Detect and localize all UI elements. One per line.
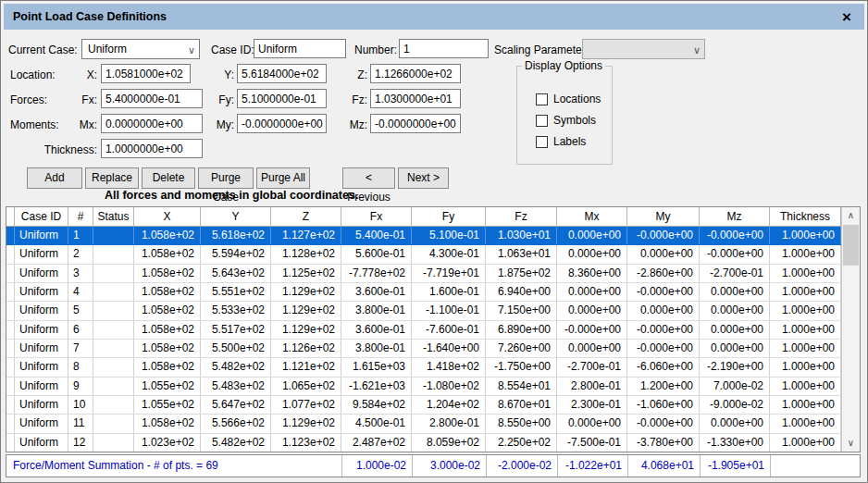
table-cell: 1.000e+00: [770, 378, 841, 395]
table-cell: 1.129e+02: [271, 321, 341, 339]
summation-bar: Force/Moment Summation - # of pts. = 69 …: [6, 454, 861, 477]
location-y-field[interactable]: 5.6184000e+02: [237, 64, 327, 83]
scroll-up-icon[interactable]: ∧: [842, 207, 860, 224]
moments-my-field[interactable]: -0.0000000e+00: [237, 114, 327, 133]
table-cell: [93, 321, 134, 339]
table-row[interactable]: Uniform51.058e+025.533e+021.129e+023.800…: [6, 302, 841, 320]
table-cell: 1.200e+00: [627, 378, 700, 395]
table-row[interactable]: Uniform31.058e+025.643e+021.125e+02-7.77…: [6, 265, 841, 283]
delete-button[interactable]: Delete: [142, 167, 195, 189]
table-row[interactable]: Uniform11.058e+025.618e+021.127e+025.400…: [6, 227, 841, 245]
symbols-checkbox[interactable]: [536, 115, 548, 127]
scroll-down-icon[interactable]: ∨: [842, 435, 860, 452]
table-cell: 1.126e+02: [271, 340, 341, 357]
table-cell: 1.600e-01: [412, 283, 486, 301]
table-row[interactable]: Uniform111.058e+025.566e+021.129e+024.50…: [6, 415, 841, 433]
scrollbar-thumb[interactable]: [843, 225, 859, 266]
thickness-field[interactable]: 1.0000000e+00: [101, 139, 203, 158]
table-cell: 3: [68, 265, 93, 282]
table-row[interactable]: Uniform71.058e+025.500e+021.126e+023.800…: [6, 340, 841, 358]
table-cell: [93, 415, 134, 432]
table-cell: 1.058e+02: [134, 227, 201, 244]
labels-checkbox[interactable]: [536, 136, 548, 148]
table-cell: [93, 434, 134, 452]
moments-mz-field[interactable]: -0.0000000e+00: [370, 114, 461, 133]
table-row-gutter: [6, 378, 15, 395]
location-x-field[interactable]: 1.0581000e+02: [101, 64, 191, 83]
z-label: Z:: [327, 67, 367, 83]
table-cell: 1.000e+00: [770, 245, 841, 263]
table-cell: 1.129e+02: [271, 283, 341, 301]
table-cell: Uniform: [15, 302, 68, 319]
table-header-cell: Fz: [486, 207, 557, 226]
table-row-gutter: [6, 434, 15, 452]
table-cell: -7.778e+02: [341, 265, 412, 282]
table-cell: 1.000e+00: [770, 358, 841, 376]
table-scrollbar[interactable]: ∧ ∨: [841, 207, 860, 452]
display-options-group: Display Options Locations Symbols Labels: [516, 66, 613, 165]
table-row[interactable]: Uniform121.023e+025.482e+021.123e+022.48…: [6, 434, 841, 452]
table-row-gutter: [6, 396, 15, 414]
moments-mx-field[interactable]: 0.0000000e+00: [101, 114, 203, 133]
purge-case-button[interactable]: Purge Case: [198, 167, 254, 189]
table-cell: 4: [68, 283, 93, 301]
purge-all-button[interactable]: Purge All: [256, 167, 310, 189]
table-cell: [93, 396, 134, 414]
table-cell: 8.554e+01: [486, 378, 557, 395]
replace-button[interactable]: Replace: [85, 167, 139, 189]
table-cell: 0.000e+00: [557, 340, 627, 357]
forces-fx-field[interactable]: 5.4000000e-01: [101, 89, 203, 108]
table-row[interactable]: Uniform61.058e+025.517e+021.129e+023.600…: [6, 321, 841, 340]
table-row-gutter: [6, 302, 15, 319]
close-icon[interactable]: ×: [838, 9, 855, 25]
symbols-checkbox-row[interactable]: Symbols: [536, 114, 596, 127]
labels-checkbox-row[interactable]: Labels: [536, 135, 586, 148]
table-row[interactable]: Uniform21.058e+025.594e+021.128e+025.600…: [6, 245, 841, 264]
locations-checkbox-row[interactable]: Locations: [536, 93, 601, 105]
table-row[interactable]: Uniform101.055e+025.647e+021.077e+029.58…: [6, 396, 841, 415]
table-cell: 1.058e+02: [134, 321, 201, 339]
table-cell: 0.000e+00: [557, 302, 627, 319]
table-row[interactable]: Uniform91.055e+025.483e+021.065e+02-1.62…: [6, 378, 841, 396]
table-cell: 1.123e+02: [271, 434, 341, 452]
table-cell: 1.030e+01: [486, 227, 557, 244]
table-cell: [93, 245, 134, 263]
next-button[interactable]: Next >: [398, 167, 449, 189]
table-cell: 4.500e-01: [341, 415, 412, 432]
previous-button[interactable]: < Previous: [342, 167, 395, 189]
table-cell: 1.129e+02: [271, 415, 341, 432]
table-cell: 7.000e-02: [700, 378, 770, 395]
table-row-gutter: [6, 358, 15, 376]
add-button[interactable]: Add: [27, 167, 82, 189]
summation-cell: 4.068e+01: [627, 455, 700, 477]
number-field[interactable]: 1: [399, 39, 489, 58]
thickness-label: Thickness:: [38, 142, 97, 158]
table-cell: -0.000e+00: [627, 415, 700, 432]
forces-fy-field[interactable]: 5.1000000e-01: [237, 89, 327, 108]
scaling-parameter-dropdown[interactable]: ∨: [582, 39, 705, 59]
table-cell: Uniform: [15, 358, 68, 376]
current-case-dropdown[interactable]: Uniform ∨: [81, 39, 200, 59]
table-cell: Uniform: [15, 340, 68, 357]
table-cell: 5.618e+02: [201, 227, 271, 244]
table-cell: 8.550e+00: [486, 415, 557, 432]
fx-label: Fx:: [56, 92, 97, 108]
table-row[interactable]: Uniform81.058e+025.482e+021.121e+021.615…: [6, 358, 841, 377]
case-id-label: Case ID:: [211, 42, 254, 58]
forces-fz-field[interactable]: 1.0300000e+01: [370, 89, 461, 108]
location-z-field[interactable]: 1.1266000e+02: [370, 64, 461, 83]
labels-checkbox-label: Labels: [553, 135, 586, 148]
locations-checkbox[interactable]: [536, 93, 548, 105]
summation-cell: 1.000e-02: [341, 455, 412, 477]
table-cell: 1.023e+02: [134, 434, 201, 452]
table-cell: 6: [68, 321, 93, 339]
number-label: Number:: [354, 42, 397, 58]
y-label: Y:: [193, 67, 234, 83]
table-row[interactable]: Uniform41.058e+025.551e+021.129e+023.600…: [6, 283, 841, 302]
table-cell: 1.000e+00: [770, 265, 841, 282]
table-cell: 1.058e+02: [134, 265, 201, 282]
case-id-field[interactable]: Uniform: [254, 39, 346, 58]
table-cell: 2.800e-01: [412, 415, 486, 432]
table-cell: 5.643e+02: [201, 265, 271, 282]
table-cell: [93, 227, 134, 244]
